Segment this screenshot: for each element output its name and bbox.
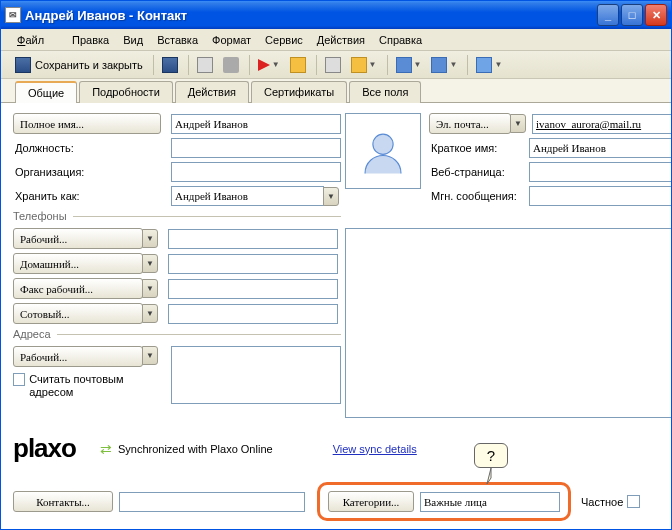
menu-help[interactable]: Справка [379, 34, 422, 46]
email-input[interactable] [532, 114, 671, 134]
callout-question: ? [474, 443, 508, 468]
menu-edit[interactable]: Правка [72, 34, 109, 46]
phone-home-dd[interactable]: ▼ [142, 254, 158, 273]
tab-general[interactable]: Общие [15, 81, 77, 103]
web-input[interactable] [529, 162, 671, 182]
phone-home-input[interactable] [168, 254, 338, 274]
close-button[interactable]: ✕ [645, 4, 667, 26]
addr-work-button[interactable]: Рабочий... [13, 346, 143, 367]
phone-fax-button[interactable]: Факс рабочий... [13, 278, 143, 299]
print-icon [197, 57, 213, 73]
categories-button[interactable]: Категории... [328, 491, 414, 512]
recurrence-icon [290, 57, 306, 73]
app-icon: ✉ [5, 7, 21, 23]
contacts-input[interactable] [119, 492, 305, 512]
categories-highlight: ? Категории... [317, 482, 571, 521]
nav-button[interactable]: ▼ [392, 54, 426, 76]
minimize-button[interactable]: _ [597, 4, 619, 26]
sync-details-link[interactable]: View sync details [333, 443, 417, 455]
phones-legend: Телефоны [13, 210, 341, 222]
fullname-input[interactable] [171, 114, 341, 134]
plaxo-logo: plaxo [13, 433, 76, 464]
mail-address-checkbox[interactable] [13, 373, 25, 386]
tab-actions[interactable]: Действия [175, 81, 249, 103]
phone-fax-input[interactable] [168, 279, 338, 299]
fileas-dropdown[interactable]: ▼ [323, 187, 339, 206]
menu-view[interactable]: Вид [123, 34, 143, 46]
email-button[interactable]: Эл. почта... [429, 113, 511, 134]
phone-work-dd[interactable]: ▼ [142, 229, 158, 248]
tab-all[interactable]: Все поля [349, 81, 421, 103]
flag-icon [258, 59, 270, 71]
nav-icon [396, 57, 412, 73]
shortname-input[interactable] [529, 138, 671, 158]
org-label: Организация: [13, 166, 161, 178]
attach-button[interactable] [219, 54, 243, 76]
phone-fax-dd[interactable]: ▼ [142, 279, 158, 298]
titlebar: ✉ Андрей Иванов - Контакт _ □ ✕ [1, 1, 671, 29]
flag-button[interactable]: ▼ [254, 54, 284, 76]
phone-mobile-input[interactable] [168, 304, 338, 324]
disk-icon [162, 57, 178, 73]
phone-mobile-dd[interactable]: ▼ [142, 304, 158, 323]
addresses-legend: Адреса [13, 328, 341, 340]
email-dd[interactable]: ▼ [510, 114, 526, 133]
menu-service[interactable]: Сервис [265, 34, 303, 46]
save-and-close-button[interactable]: Сохранить и закрыть [11, 54, 147, 76]
fileas-label: Хранить как: [13, 190, 161, 202]
fullname-button[interactable]: Полное имя... [13, 113, 161, 134]
plaxo-tool-button[interactable]: ▼ [472, 54, 506, 76]
menu-actions[interactable]: Действия [317, 34, 365, 46]
sync-label: Synchronized with Plaxo Online [118, 443, 273, 455]
recurrence-button[interactable] [286, 54, 310, 76]
print-button[interactable] [193, 54, 217, 76]
tab-certs[interactable]: Сертификаты [251, 81, 347, 103]
im-input[interactable] [529, 186, 671, 206]
contacts-button[interactable]: Контакты... [13, 491, 113, 512]
tabstrip: Общие Подробности Действия Сертификаты В… [1, 79, 671, 103]
position-input[interactable] [171, 138, 341, 158]
notes-textarea[interactable] [345, 228, 671, 418]
menubar: Файлdocument.currentScript.previousSibli… [1, 29, 671, 51]
nav2-button[interactable]: ▼ [427, 54, 461, 76]
phone-work-input[interactable] [168, 229, 338, 249]
plaxo-icon [476, 57, 492, 73]
im-label: Мгн. сообщения: [429, 190, 529, 202]
categories-input[interactable] [420, 492, 560, 512]
fileas-input[interactable] [171, 186, 324, 206]
phone-icon [351, 57, 367, 73]
menu-insert[interactable]: Вставка [157, 34, 198, 46]
svg-point-0 [373, 134, 393, 154]
map-button[interactable] [321, 54, 345, 76]
address-text[interactable] [171, 346, 341, 404]
menu-file[interactable]: Файлdocument.currentScript.previousSibli… [17, 34, 58, 46]
toolbar: Сохранить и закрыть ▼ ▼ ▼ ▼ ▼ [1, 51, 671, 79]
call-button[interactable]: ▼ [347, 54, 381, 76]
card-icon [325, 57, 341, 73]
position-label: Должность: [13, 142, 161, 154]
save-button[interactable] [158, 54, 182, 76]
shortname-label: Краткое имя: [429, 142, 529, 154]
tab-details[interactable]: Подробности [79, 81, 173, 103]
web-label: Веб-страница: [429, 166, 529, 178]
addr-work-dd[interactable]: ▼ [142, 346, 158, 365]
save-close-label: Сохранить и закрыть [35, 59, 143, 71]
phone-mobile-button[interactable]: Сотовый... [13, 303, 143, 324]
maximize-button[interactable]: □ [621, 4, 643, 26]
org-input[interactable] [171, 162, 341, 182]
mail-address-label: Считать почтовым адресом [29, 373, 161, 399]
private-label: Частное [581, 496, 623, 508]
private-checkbox[interactable] [627, 495, 640, 508]
window-title: Андрей Иванов - Контакт [25, 8, 595, 23]
paperclip-icon [223, 57, 239, 73]
save-icon [15, 57, 31, 73]
sync-arrows-icon: ⇄ [100, 441, 112, 457]
photo-frame[interactable] [345, 113, 421, 189]
nav2-icon [431, 57, 447, 73]
phone-work-button[interactable]: Рабочий... [13, 228, 143, 249]
phone-home-button[interactable]: Домашний... [13, 253, 143, 274]
person-icon [356, 124, 410, 178]
menu-format[interactable]: Формат [212, 34, 251, 46]
